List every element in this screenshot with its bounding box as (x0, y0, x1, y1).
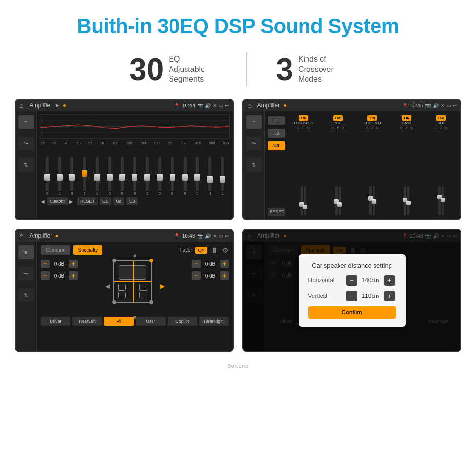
vol-plus-fl[interactable]: + (69, 260, 78, 268)
ch-vthumb-1-1[interactable] (337, 202, 342, 207)
eq-slider-320[interactable]: 0 (179, 157, 191, 195)
eq-thumb-5[interactable] (107, 174, 113, 181)
back-icon3[interactable]: ↩ (225, 233, 229, 239)
eq-slider-500[interactable]: -1 (204, 157, 216, 195)
rearleft-btn[interactable]: RearLeft (72, 317, 102, 326)
eq-slider-100[interactable]: 0 (116, 157, 129, 195)
specialty-tab[interactable]: Specialty (73, 245, 103, 255)
all-btn[interactable]: All (104, 317, 134, 326)
nav-right-arrow[interactable]: ▶ (160, 283, 165, 290)
play-icon[interactable]: ▶ (56, 103, 59, 108)
rearright-btn[interactable]: RearRight (199, 317, 229, 326)
back-icon2[interactable]: ↩ (453, 103, 457, 108)
nav-up-arrow[interactable]: ▲ (132, 252, 138, 259)
close-icon2[interactable]: ✕ (441, 103, 444, 108)
u1-btn[interactable]: U1 (100, 197, 111, 205)
eq-slider-160[interactable]: 0 (141, 157, 153, 195)
ch-vthumb-3-1[interactable] (406, 201, 411, 205)
ch-on-badge-2[interactable]: ON (367, 115, 377, 121)
u2-select[interactable]: U2 (268, 129, 285, 138)
close-icon3[interactable]: ✕ (213, 233, 217, 239)
eq-slider-32[interactable]: 0 (53, 157, 66, 195)
eq-slider-63[interactable]: 0 (91, 157, 103, 195)
confirm-button[interactable]: Confirm (308, 306, 396, 319)
eq-thumb-7[interactable] (132, 174, 137, 181)
ch-on-badge-4[interactable]: ON (436, 115, 446, 121)
dialog-vertical-plus[interactable]: + (384, 291, 395, 301)
home-icon[interactable]: ⌂ (19, 102, 23, 109)
eq-thumb-3[interactable] (82, 170, 87, 177)
ch-vtrack-2-1[interactable] (373, 186, 375, 215)
copilot-btn[interactable]: Copilot (168, 317, 197, 326)
ch-vtrack-3-1[interactable] (407, 186, 409, 215)
arrows-btn3[interactable]: ⇅ (18, 288, 34, 302)
eq-slider-125[interactable]: 0 (129, 157, 141, 195)
next-arrow[interactable]: ▶ (69, 199, 73, 204)
u3-select[interactable]: U3 (268, 141, 285, 150)
eq-slider-80[interactable]: 0 (103, 157, 116, 195)
back-icon[interactable]: ↩ (225, 103, 229, 108)
eq-slider-400[interactable]: 0 (191, 157, 204, 195)
eq-thumb-4[interactable] (94, 174, 100, 181)
ch-vthumb-2-1[interactable] (372, 199, 376, 204)
eq-slider-25[interactable]: 0 (41, 157, 53, 195)
wave-btn3[interactable]: 〜 (18, 267, 34, 280)
vol-plus-rr[interactable]: + (220, 271, 229, 280)
eq-thumb-8[interactable] (144, 174, 150, 181)
ch-vthumb-4-1[interactable] (441, 198, 445, 202)
home-icon2[interactable]: ⌂ (247, 102, 251, 109)
vol-plus-rl[interactable]: + (69, 271, 78, 280)
eq-btn[interactable]: ≡ (18, 115, 34, 129)
eq-slider-40[interactable]: 0 (66, 157, 79, 195)
vol-plus-fr[interactable]: + (220, 260, 229, 268)
ch-on-badge-3[interactable]: ON (402, 115, 411, 121)
eq-slider-50[interactable]: 5 (78, 157, 91, 195)
eq-thumb-13[interactable] (207, 176, 213, 183)
dialog-horizontal-plus[interactable]: + (384, 275, 395, 286)
eq-slider-250[interactable]: 0 (166, 157, 179, 195)
eq-thumb-6[interactable] (119, 174, 125, 181)
on-toggle3[interactable]: ON (195, 247, 208, 254)
vol-minus-rl[interactable]: − (41, 271, 50, 280)
ch-vtrack-0-0[interactable] (301, 186, 303, 215)
dialog-vertical-minus[interactable]: − (346, 291, 357, 301)
common-tab[interactable]: Common (41, 245, 70, 255)
eq-thumb-1[interactable] (57, 174, 63, 181)
prev-arrow[interactable]: ◀ (41, 199, 45, 204)
nav-left-arrow[interactable]: ◀ (105, 283, 110, 290)
eq-thumb-12[interactable] (194, 174, 200, 181)
wave-btn2[interactable]: 〜 (246, 137, 262, 150)
ch-vtrack-0-1[interactable] (304, 186, 306, 215)
reset-btn2[interactable]: RESET (268, 208, 285, 216)
eq-thumb-2[interactable] (69, 174, 75, 181)
nav-down-arrow[interactable]: ▼ (132, 314, 138, 321)
ch-on-badge-0[interactable]: ON (299, 115, 308, 121)
u2-btn[interactable]: U2 (113, 197, 125, 205)
u3-btn[interactable]: U3 (126, 197, 138, 205)
arrows-btn[interactable]: ⇅ (18, 158, 34, 172)
vol-minus-fr[interactable]: − (192, 260, 201, 268)
user-btn[interactable]: User (136, 317, 166, 326)
eq-thumb-9[interactable] (157, 174, 163, 181)
driver-btn[interactable]: Driver (41, 317, 70, 326)
wave-btn[interactable]: 〜 (18, 137, 34, 150)
vol-minus-rr[interactable]: − (192, 271, 201, 280)
ch-vtrack-1-0[interactable] (335, 186, 338, 215)
eq-slider-200[interactable]: 0 (153, 157, 166, 195)
eq-thumb-10[interactable] (170, 174, 175, 181)
eq-thumb-11[interactable] (182, 174, 188, 181)
eq-btn3[interactable]: ≡ (18, 245, 34, 259)
settings-icon3[interactable]: ⚙ (222, 246, 229, 254)
ch-vthumb-0-1[interactable] (303, 205, 307, 209)
eq-thumb-0[interactable] (44, 174, 50, 181)
ch-vtrack-1-1[interactable] (339, 186, 341, 215)
reset-btn[interactable]: RESET (77, 197, 98, 205)
eq-thumb-14[interactable] (220, 176, 225, 183)
u1-select[interactable]: U1 (268, 116, 285, 125)
ch-on-badge-1[interactable]: ON (333, 115, 343, 121)
vol-minus-fl[interactable]: − (41, 260, 50, 268)
ch-vtrack-4-1[interactable] (442, 186, 444, 215)
close-icon[interactable]: ✕ (213, 103, 217, 108)
eq-btn2[interactable]: ≡ (246, 115, 262, 129)
home-icon3[interactable]: ⌂ (19, 232, 23, 240)
